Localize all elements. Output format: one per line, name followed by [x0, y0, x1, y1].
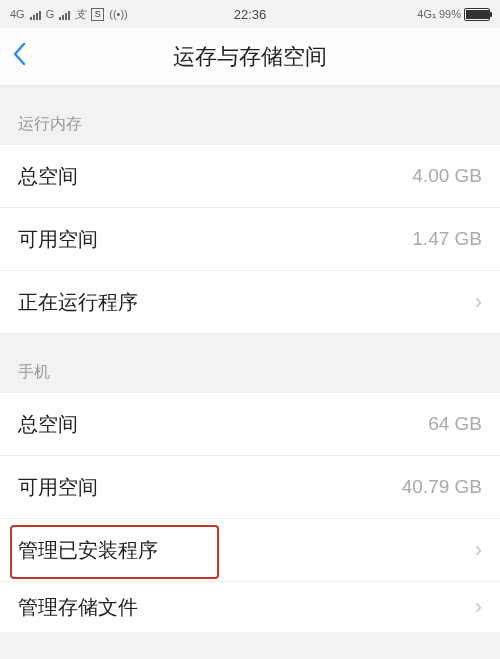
row-value: 4.00 GB	[412, 165, 482, 187]
status-bar: 4G G 支 S ((•)) 22:36 4G₁ 99%	[0, 0, 500, 28]
page-title: 运存与存储空间	[173, 42, 327, 72]
row-manage-installed-apps[interactable]: 管理已安装程序 ›	[0, 519, 500, 582]
signal-bars-1-icon	[30, 9, 41, 20]
row-phone-available: 可用空间 40.79 GB	[0, 456, 500, 519]
section-header-ram: 运行内存	[0, 86, 500, 145]
status-right: 4G₁ 99%	[417, 8, 490, 21]
row-value: 64 GB	[428, 413, 482, 435]
row-label: 管理已安装程序	[18, 537, 467, 564]
chevron-right-icon: ›	[475, 594, 482, 620]
row-label: 正在运行程序	[18, 289, 467, 316]
battery-icon	[464, 8, 490, 21]
chevron-right-icon: ›	[475, 537, 482, 563]
right-network-label: 4G₁	[417, 8, 436, 21]
row-manage-storage-files[interactable]: 管理存储文件 ›	[0, 582, 500, 632]
chevron-right-icon: ›	[475, 289, 482, 315]
row-value: 40.79 GB	[402, 476, 482, 498]
battery-percent: 99%	[439, 8, 461, 20]
navigation-header: 运存与存储空间	[0, 28, 500, 86]
network-2-label: G	[46, 8, 55, 20]
row-ram-total: 总空间 4.00 GB	[0, 145, 500, 208]
status-left: 4G G 支 S ((•))	[10, 7, 128, 22]
back-button[interactable]	[12, 41, 42, 73]
s-box-icon: S	[91, 8, 104, 21]
row-value: 1.47 GB	[412, 228, 482, 250]
row-phone-total: 总空间 64 GB	[0, 393, 500, 456]
alipay-icon: 支	[75, 7, 86, 22]
row-label: 可用空间	[18, 226, 412, 253]
row-label: 可用空间	[18, 474, 402, 501]
network-1-label: 4G	[10, 8, 25, 20]
row-ram-available: 可用空间 1.47 GB	[0, 208, 500, 271]
row-label: 总空间	[18, 163, 412, 190]
broadcast-icon: ((•))	[109, 8, 128, 20]
back-chevron-icon	[12, 42, 26, 66]
section-header-phone: 手机	[0, 334, 500, 393]
signal-bars-2-icon	[59, 9, 70, 20]
row-label: 管理存储文件	[18, 594, 467, 621]
row-label: 总空间	[18, 411, 428, 438]
row-running-programs[interactable]: 正在运行程序 ›	[0, 271, 500, 334]
status-time: 22:36	[234, 7, 267, 22]
